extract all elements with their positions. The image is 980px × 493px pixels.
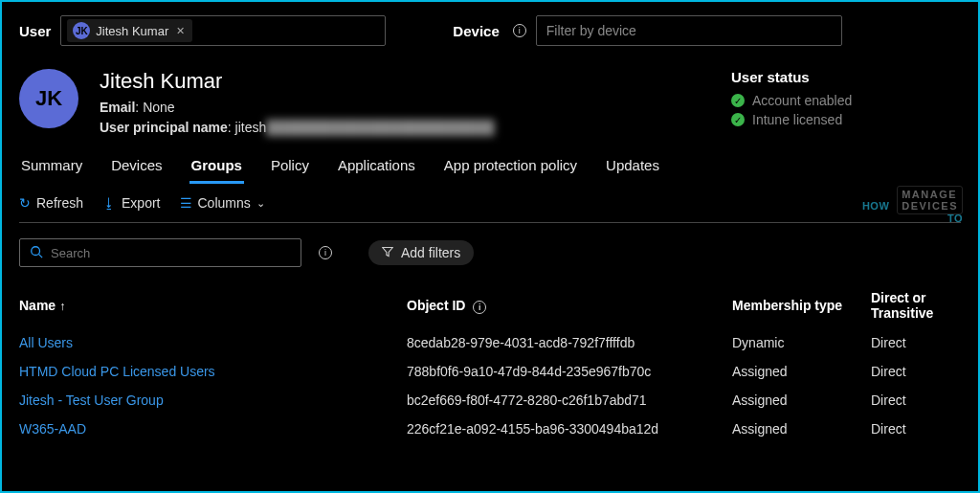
device-placeholder: Filter by device [546,23,636,38]
device-filter-input[interactable]: Filter by device [536,15,842,46]
search-input[interactable] [51,246,291,260]
avatar: JK [19,69,78,128]
group-name-link[interactable]: Jitesh - Test User Group [19,386,407,415]
close-icon[interactable]: ✕ [174,25,187,37]
user-label: User [19,23,51,39]
groups-table: Name↑ Object ID i Membership type Direct… [19,280,978,443]
user-chip-name: Jitesh Kumar [96,24,168,38]
group-name-link[interactable]: HTMD Cloud PC Licensed Users [19,357,407,386]
refresh-button[interactable]: ↻ Refresh [19,195,83,211]
group-name-link[interactable]: W365-AAD [19,415,407,443]
object-id-cell: bc2ef669-f80f-4772-8280-c26f1b7abd71 [407,386,732,415]
table-row[interactable]: All Users8cedab28-979e-4031-acd8-792f7ff… [19,328,978,357]
page-title: Jitesh Kumar [100,69,710,94]
columns-label: Columns [198,195,251,211]
tab-groups[interactable]: Groups [189,151,244,184]
export-button[interactable]: ⭳ Export [102,195,160,211]
search-icon [30,245,43,261]
search-input-wrap[interactable] [19,238,301,267]
export-label: Export [122,195,160,211]
upn-redacted: ████████████████████████ [266,120,494,135]
direct-cell: Direct [871,415,978,443]
table-row[interactable]: HTMD Cloud PC Licensed Users788bf0f6-9a1… [19,357,978,386]
download-icon: ⭳ [102,195,116,211]
tab-devices[interactable]: Devices [109,151,164,184]
table-row[interactable]: Jitesh - Test User Groupbc2ef669-f80f-47… [19,386,978,415]
check-icon: ✓ [731,94,745,107]
group-name-link[interactable]: All Users [19,328,407,357]
email-value: None [143,100,174,115]
status-row: ✓ Account enabled [731,93,961,108]
avatar-small: JK [73,22,90,39]
upn-partial: jitesh [235,120,267,135]
col-object-id[interactable]: Object ID i [407,280,732,328]
user-chip: JK Jitesh Kumar ✕ [67,19,192,42]
object-id-cell: 788bf0f6-9a10-47d9-844d-235e967fb70c [407,357,732,386]
info-icon[interactable]: i [319,246,332,259]
refresh-icon: ↻ [19,195,31,211]
table-row[interactable]: W365-AAD226cf21e-a092-4155-ba96-3300494b… [19,415,978,443]
tab-applications[interactable]: Applications [336,151,417,184]
chevron-down-icon: ⌄ [256,197,265,210]
col-membership[interactable]: Membership type [732,280,871,328]
check-icon: ✓ [731,113,745,126]
sort-asc-icon: ↑ [59,300,65,313]
direct-cell: Direct [871,328,978,357]
membership-cell: Assigned [732,386,871,415]
info-icon[interactable]: i [513,24,526,37]
refresh-label: Refresh [36,195,83,211]
info-icon[interactable]: i [473,301,486,314]
svg-point-0 [32,246,40,255]
tab-policy[interactable]: Policy [269,151,311,184]
add-filters-button[interactable]: Add filters [368,240,474,265]
status-row: ✓ Intune licensed [731,112,961,127]
tab-summary[interactable]: Summary [19,151,84,184]
email-label: Email [100,100,135,115]
direct-cell: Direct [871,357,978,386]
user-status-panel: User status ✓ Account enabled ✓ Intune l… [731,69,961,138]
col-name[interactable]: Name↑ [19,280,407,328]
status-item-label: Intune licensed [752,112,842,127]
direct-cell: Direct [871,386,978,415]
user-filter-input[interactable]: JK Jitesh Kumar ✕ [60,15,386,46]
upn-label: User principal name [100,120,228,135]
col-direct[interactable]: Direct or Transitive [871,280,978,328]
add-filters-label: Add filters [401,245,460,260]
object-id-cell: 226cf21e-a092-4155-ba96-3300494ba12d [407,415,732,443]
columns-button[interactable]: ☰ Columns ⌄ [180,195,265,211]
tab-app-protection[interactable]: App protection policy [442,151,579,184]
membership-cell: Assigned [732,357,871,386]
list-icon: ☰ [180,195,192,211]
device-label: Device [453,23,499,39]
object-id-cell: 8cedab28-979e-4031-acd8-792f7ffffdb [407,328,732,357]
membership-cell: Dynamic [732,328,871,357]
tab-bar: Summary Devices Groups Policy Applicatio… [2,151,978,184]
status-title: User status [731,69,961,85]
svg-line-1 [39,254,43,258]
membership-cell: Assigned [732,415,871,443]
filter-icon [382,245,393,260]
watermark: HOW MANAGEDEVICES TO [862,186,963,224]
tab-updates[interactable]: Updates [604,151,661,184]
status-item-label: Account enabled [752,93,852,108]
